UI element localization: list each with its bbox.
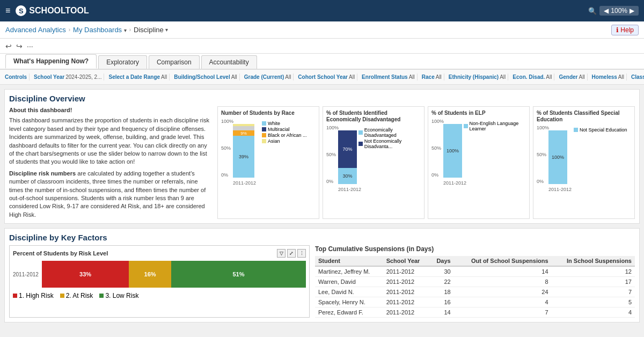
breadcrumb-advanced-analytics[interactable]: Advanced Analytics [5, 26, 66, 34]
filter-building[interactable]: Building/School Level All [172, 74, 240, 80]
breadcrumb: Advanced Analytics › My Dashboards ▾ › D… [0, 21, 644, 39]
overview-title: Discipline Overview [9, 94, 635, 103]
risk-chart-title: Percent of Students by Risk Level [13, 250, 108, 257]
table-row[interactable]: Martinez, Jeffrey M. 2011-2012 30 14 12 [315, 266, 635, 277]
chart-elp-title: % of Students in ELP [431, 110, 526, 116]
risk-chart-controls: ▽ ⤢ ⋮ [277, 249, 306, 258]
breadcrumb-my-dashboards[interactable]: My Dashboards ▾ [73, 26, 127, 34]
out-school-susp: 4 [454, 297, 552, 307]
school-year: 2011-2012 [383, 297, 430, 307]
filter-school-year[interactable]: School Year 2024-2025, 2... [32, 74, 104, 80]
table-row[interactable]: Warren, David 2011-2012 22 8 17 [315, 277, 635, 287]
filter-date-range[interactable]: Select a Date Range All [106, 74, 170, 80]
filter-homeless[interactable]: Homeless All [590, 74, 627, 80]
filter-enrollment[interactable]: Enrollment Status All [360, 74, 418, 80]
zoom-percent: 100% [611, 7, 627, 14]
legend-low-risk: 3. Low Risk [99, 292, 138, 299]
in-school-susp: 4 [552, 307, 635, 318]
risk-stacked-bar[interactable]: 33% 16% 51% [42, 261, 306, 288]
filter-gender[interactable]: Gender All [557, 74, 587, 80]
filter-econ-disad[interactable]: Econ. Disad. All [510, 74, 554, 80]
help-icon: ℹ [616, 26, 619, 34]
elp-bar[interactable]: 100% [443, 124, 462, 178]
undo-button[interactable]: ↩ [5, 42, 12, 50]
logo-text: SCHOOLTOOL [29, 6, 89, 16]
breadcrumb-left: Advanced Analytics › My Dashboards ▾ › D… [5, 26, 168, 34]
in-school-susp: 12 [552, 266, 635, 277]
filter-bar: Controls School Year 2024-2025, 2... Sel… [0, 70, 644, 85]
filter-grade[interactable]: Grade (Current) All [242, 74, 294, 80]
race-stacked-bar[interactable]: 39% 9% [233, 124, 254, 178]
chart-race-title: Number of Students by Race [221, 110, 316, 116]
help-button[interactable]: ℹ Help [611, 25, 639, 35]
zoom-right-icon[interactable]: ▶ [630, 7, 634, 14]
filter-ethnicity[interactable]: Ethnicity (Hispanic) All [447, 74, 508, 80]
nav-left: ≡ S SCHOOLTOOL [5, 5, 89, 16]
suspension-table-title: Top Cumulative Suspensions (in Days) [315, 245, 635, 253]
days: 16 [430, 297, 454, 307]
sped-bar-chart: 100% 50% 0% 100% 2011-2012 [537, 125, 572, 195]
main-content: Discipline Overview About this dashboard… [0, 85, 644, 337]
high-risk-bar: 33% [42, 261, 129, 288]
table-row[interactable]: Perez, Edward F. 2011-2012 14 7 4 [315, 307, 635, 318]
table-header: Student School Year Days Out of School S… [315, 256, 635, 266]
risk-chart-header: Percent of Students by Risk Level ▽ ⤢ ⋮ [13, 249, 306, 258]
risk-ctrl-more[interactable]: ⋮ [297, 249, 306, 258]
chart-card-econ[interactable]: % of Students Identified Economically Di… [323, 106, 425, 219]
hamburger-icon[interactable]: ≡ [5, 6, 10, 16]
student-name: Lee, David N. [315, 287, 383, 297]
logo: S SCHOOLTOOL [16, 5, 89, 16]
my-dashboards-chevron: ▾ [124, 27, 127, 33]
in-school-susp: 7 [552, 287, 635, 297]
sped-bar[interactable]: 100% [548, 130, 567, 184]
race-x-label: 2011-2012 [233, 180, 256, 186]
discipline-chevron: ▾ [165, 27, 168, 33]
filter-classified[interactable]: Classified Spe ▾ [629, 74, 644, 80]
tab-exploratory[interactable]: Exploratory [98, 55, 147, 69]
risk-chart-container: Percent of Students by Risk Level ▽ ⤢ ⋮ … [9, 245, 310, 318]
table-row[interactable]: Spacely, Henry N. 2011-2012 16 4 5 [315, 297, 635, 307]
econ-stacked-bar[interactable]: 30% 70% [338, 130, 357, 184]
col-year: School Year [383, 256, 430, 266]
risk-ctrl-filter[interactable]: ▽ [277, 249, 286, 258]
legend-high-risk: 1. High Risk [13, 292, 54, 299]
about-title: About this dashboard! [9, 107, 72, 113]
chart-card-sped[interactable]: % of Students Classified Special Educati… [533, 106, 635, 219]
chart-econ-title: % of Students Identified Economically Di… [326, 110, 421, 123]
econ-legend: Economically Disadvantaged Not Economica… [358, 127, 421, 195]
search-icon[interactable]: 🔍 [588, 7, 597, 15]
redo-button[interactable]: ↪ [16, 42, 23, 50]
chart-card-elp[interactable]: % of Students in ELP 100% 50% 0% 100% 20… [428, 106, 530, 219]
filter-controls[interactable]: Controls [3, 74, 30, 80]
risk-note: Discipline risk numbers are calculated b… [9, 170, 213, 219]
toolbar: ↩ ↪ ··· [0, 39, 644, 54]
student-name: Warren, David [315, 277, 383, 287]
school-year: 2011-2012 [383, 287, 430, 297]
breadcrumb-discipline[interactable]: Discipline ▾ [134, 26, 168, 34]
tab-whats-happening[interactable]: What's Happening Now? [5, 54, 97, 69]
chart-sped-title: % of Students Classified Special Educati… [537, 110, 631, 123]
elp-bar-chart: 100% 50% 0% 100% 2011-2012 [431, 119, 462, 188]
filter-cohort-year[interactable]: Cohort School Year All [296, 74, 357, 80]
out-school-susp: 8 [454, 277, 552, 287]
tab-comparison[interactable]: Comparison [149, 55, 200, 69]
risk-ctrl-expand[interactable]: ⤢ [287, 249, 296, 258]
table-row[interactable]: Lee, David N. 2011-2012 18 24 7 [315, 287, 635, 297]
overview-section: Discipline Overview About this dashboard… [4, 89, 640, 224]
risk-legend: 1. High Risk 2. At Risk 3. Low Risk [13, 292, 306, 300]
econ-bar-chart: 100% 50% 0% 30% 70% 2011-2012 [326, 125, 356, 195]
chart-card-race[interactable]: Number of Students by Race 100% 50% 0% [217, 106, 319, 219]
race-bar-chart: 100% 50% 0% 39% 9% [221, 119, 259, 188]
zoom-left-icon[interactable]: ◀ [604, 7, 609, 14]
days: 18 [430, 287, 454, 297]
at-risk-bar: 16% [129, 261, 171, 288]
low-risk-bar: 51% [171, 261, 306, 288]
more-button[interactable]: ··· [27, 42, 33, 50]
filter-race[interactable]: Race All [420, 74, 444, 80]
econ-x-label: 2011-2012 [338, 187, 361, 192]
school-year: 2011-2012 [383, 307, 430, 318]
suspension-table-container: Top Cumulative Suspensions (in Days) Stu… [315, 245, 635, 318]
elp-legend: Non-English Language Learner [464, 121, 526, 188]
tab-accountability[interactable]: Accountability [201, 55, 257, 69]
risk-note-bold: Discipline risk numbers [9, 170, 76, 177]
